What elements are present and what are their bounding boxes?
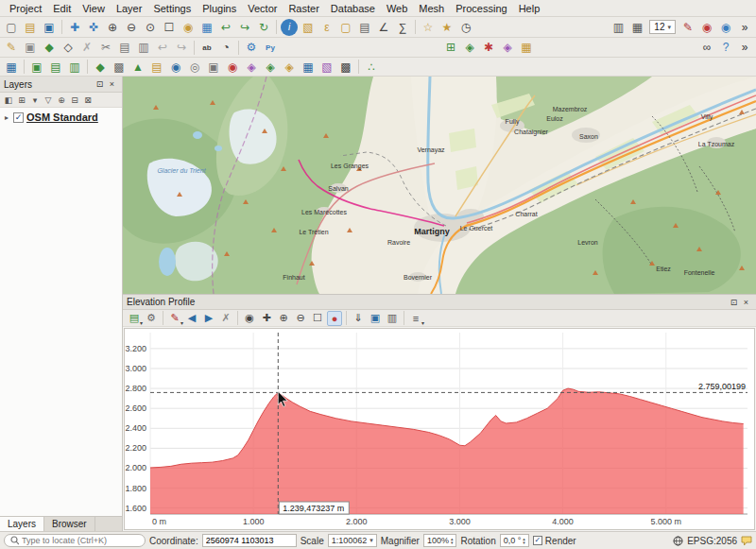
zoom-out-icon[interactable]: ⊖ xyxy=(123,19,140,36)
save-layer-edits-icon[interactable]: ▣ xyxy=(22,39,39,56)
menu-item-database[interactable]: Database xyxy=(325,2,381,15)
expand-all-icon[interactable]: ⊕ xyxy=(55,94,68,107)
new-spatial-bookmark-icon[interactable]: ☆ xyxy=(420,19,437,36)
nudge-right-icon[interactable]: ▶ xyxy=(201,311,216,326)
add-arcgis-layer-icon[interactable]: ▦ xyxy=(300,59,317,76)
menu-item-view[interactable]: View xyxy=(77,2,111,15)
redo-icon[interactable]: ↪ xyxy=(173,39,190,56)
measure-distance-icon[interactable]: ● xyxy=(327,311,342,326)
deselect-features-icon[interactable]: ▢ xyxy=(337,19,354,36)
locate-input[interactable] xyxy=(22,536,139,545)
add-group-icon[interactable]: ⊞ xyxy=(15,94,28,107)
paste-features-icon[interactable]: ▥ xyxy=(135,39,152,56)
temporal-controller-icon[interactable]: ◷ xyxy=(457,19,474,36)
new-virtual-layer-icon[interactable]: ▥ xyxy=(66,59,83,76)
pan-map-icon[interactable]: ✚ xyxy=(66,19,83,36)
open-layer-styling-icon[interactable]: ◧ xyxy=(2,94,15,107)
coordinate-capture-icon[interactable]: ◉ xyxy=(717,19,734,36)
delete-selected-icon[interactable]: ✗ xyxy=(78,39,95,56)
show-bookmarks-icon[interactable]: ★ xyxy=(438,19,455,36)
new-project-icon[interactable]: ▢ xyxy=(3,19,20,36)
spinner-arrows-icon[interactable]: ▴▾ xyxy=(523,537,525,544)
zoom-out-profile-icon[interactable]: ⊖ xyxy=(293,311,308,326)
menu-item-mesh[interactable]: Mesh xyxy=(413,2,450,15)
layer-item-osm-standard[interactable]: ▸ ✓ OSM Standard xyxy=(0,111,122,124)
add-xyz-layer-icon[interactable]: ▩ xyxy=(337,59,354,76)
menu-item-edit[interactable]: Edit xyxy=(47,2,77,15)
python-console-icon[interactable]: Py xyxy=(262,39,279,56)
zoom-to-selection-icon[interactable]: ◉ xyxy=(180,19,197,36)
add-postgis-layer-icon[interactable]: ◉ xyxy=(167,59,184,76)
close-icon[interactable]: × xyxy=(740,296,752,308)
menu-item-settings[interactable]: Settings xyxy=(147,2,197,15)
coordinate-box[interactable] xyxy=(202,534,297,547)
chevron-down-icon[interactable]: ▾ xyxy=(369,537,373,544)
new-print-layout-icon[interactable]: ▥ xyxy=(610,19,627,36)
add-mesh-layer-icon[interactable]: ▲ xyxy=(129,59,146,76)
toolbar-overflow-icon[interactable]: » xyxy=(736,19,753,36)
select-by-expression-icon[interactable]: ε xyxy=(318,19,335,36)
save-project-icon[interactable]: ▣ xyxy=(41,19,58,36)
dock-tab-browser[interactable]: Browser xyxy=(44,517,95,531)
close-icon[interactable]: × xyxy=(106,78,118,91)
help-contents-icon[interactable]: ? xyxy=(717,39,734,56)
style-manager-icon[interactable]: ✎ xyxy=(679,19,696,36)
add-mssql-layer-icon[interactable]: ▣ xyxy=(205,59,222,76)
pan-profile-icon[interactable]: ✚ xyxy=(259,311,274,326)
render-checkbox-group[interactable]: ✓ Render xyxy=(533,536,576,546)
menu-item-processing[interactable]: Processing xyxy=(450,2,512,15)
layer-labeling-icon[interactable]: ab xyxy=(198,39,215,56)
add-point-cloud-layer-icon[interactable]: ∴ xyxy=(363,59,380,76)
render-checkbox[interactable]: ✓ xyxy=(533,536,542,545)
profile-options-icon[interactable]: ⚙ xyxy=(144,311,159,326)
menu-item-web[interactable]: Web xyxy=(381,2,413,15)
plugin-purple-icon[interactable]: ◈ xyxy=(499,39,516,56)
layer-visibility-checkbox[interactable]: ✓ xyxy=(13,112,24,123)
profile-tool-icon[interactable]: ∞ xyxy=(698,39,715,56)
rotation-spinner[interactable]: 0,0 ° ▴▾ xyxy=(500,534,529,547)
new-shapefile-layer-icon[interactable]: ▤ xyxy=(47,59,64,76)
add-delimited-text-layer-icon[interactable]: ▤ xyxy=(148,59,165,76)
crs-indicator[interactable]: EPSG:2056 xyxy=(687,536,737,546)
capture-curve-icon[interactable]: ✎▾ xyxy=(167,311,182,326)
zoom-native-icon[interactable]: ⊙ xyxy=(142,19,159,36)
refresh-map-icon[interactable]: ↻ xyxy=(255,19,272,36)
vertex-tool-icon[interactable]: ◇ xyxy=(60,39,77,56)
menu-item-project[interactable]: Project xyxy=(4,2,47,15)
add-feature-icon[interactable]: ◆ xyxy=(41,39,58,56)
add-wms-layer-icon[interactable]: ◈ xyxy=(243,59,260,76)
osm-map[interactable]: MartignyLe GuercetCharratSaxonFullyMazem… xyxy=(123,77,756,294)
zoom-full-profile-icon[interactable]: ☐ xyxy=(310,311,325,326)
spinner-arrows-icon[interactable]: ▴▾ xyxy=(451,537,454,544)
coordinate-input[interactable] xyxy=(206,536,293,545)
add-oracle-layer-icon[interactable]: ◉ xyxy=(224,59,241,76)
add-vector-tile-layer-icon[interactable]: ▧ xyxy=(318,59,335,76)
undo-icon[interactable]: ↩ xyxy=(154,39,171,56)
locate-box[interactable] xyxy=(4,534,146,547)
processing-toolbox-icon[interactable]: ⚙ xyxy=(243,39,260,56)
grass-tools-icon[interactable]: ◈ xyxy=(461,39,478,56)
profile-settings-icon[interactable]: ≡▾ xyxy=(408,311,423,326)
dock-icon[interactable]: ⊡ xyxy=(94,78,106,91)
select-features-icon[interactable]: ▧ xyxy=(300,19,317,36)
new-geopackage-layer-icon[interactable]: ▣ xyxy=(28,59,45,76)
remove-layer-icon[interactable]: ⊠ xyxy=(81,94,94,107)
magnifier-spinner[interactable]: 100% ▴▾ xyxy=(423,534,457,547)
plugin-orange-icon[interactable]: ▦ xyxy=(518,39,535,56)
statistical-summary-icon[interactable]: ∑ xyxy=(394,19,411,36)
filter-legend-icon[interactable]: ▽ xyxy=(42,94,55,107)
layer-name[interactable]: OSM Standard xyxy=(26,112,98,123)
layer-diagram-icon[interactable]: ◔ xyxy=(217,39,234,56)
open-project-icon[interactable]: ▤ xyxy=(22,19,39,36)
dock-icon[interactable]: ⊡ xyxy=(728,296,740,308)
print-profile-icon[interactable]: ▥ xyxy=(385,311,400,326)
measure-line-icon[interactable]: ∠ xyxy=(375,19,392,36)
menu-item-vector[interactable]: Vector xyxy=(242,2,283,15)
dock-tab-layers[interactable]: Layers xyxy=(0,517,44,531)
cut-features-icon[interactable]: ✂ xyxy=(97,39,114,56)
pan-to-selection-icon[interactable]: ✜ xyxy=(85,19,102,36)
collapse-all-icon[interactable]: ⊟ xyxy=(68,94,81,107)
zoom-next-icon[interactable]: ↪ xyxy=(236,19,253,36)
annotation-size-combo[interactable]: 12▾ xyxy=(649,20,676,34)
add-wcs-layer-icon[interactable]: ◈ xyxy=(262,59,279,76)
